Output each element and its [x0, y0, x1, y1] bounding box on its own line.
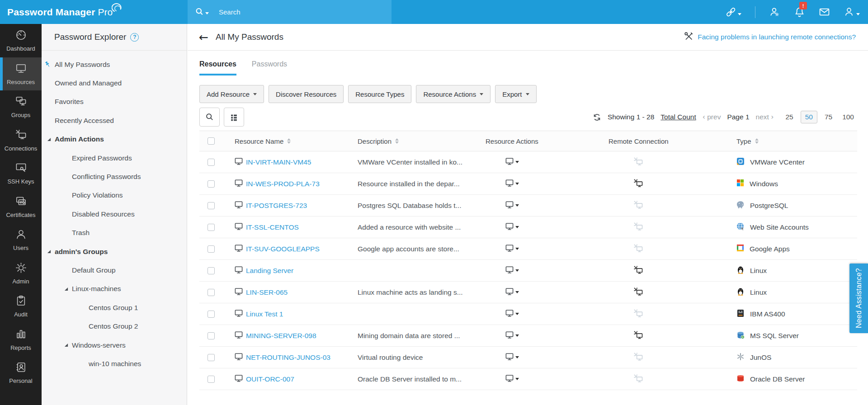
resource-actions-button[interactable]: Resource Actions: [416, 85, 491, 103]
sidebar-item-dashboard[interactable]: Dashboard: [0, 24, 42, 57]
sidebar-item-reports[interactable]: Reports: [0, 323, 42, 357]
explorer-help-icon[interactable]: ?: [130, 33, 139, 42]
resource-name-link[interactable]: IT-POSTGRES-723: [246, 202, 307, 210]
row-checkbox[interactable]: [208, 311, 215, 318]
tree-expand-icon[interactable]: [64, 343, 68, 347]
resource-name-link[interactable]: IN-WES-PROD-PLA-73: [246, 180, 320, 188]
sidebar-item-connections[interactable]: Connections: [0, 124, 42, 157]
prev-page-button[interactable]: ‹ prev: [703, 113, 721, 121]
refresh-icon[interactable]: [593, 113, 601, 122]
sidebar-item-users[interactable]: Users: [0, 223, 42, 257]
page-size-75[interactable]: 75: [822, 111, 835, 123]
resource-actions-menu[interactable]: [477, 179, 581, 188]
notifications-bell-icon[interactable]: !: [794, 6, 805, 18]
tree-expand-icon[interactable]: [47, 250, 51, 254]
tab-passwords[interactable]: Passwords: [252, 60, 287, 75]
row-checkbox[interactable]: [208, 332, 215, 339]
remote-connection-launch-icon[interactable]: [581, 179, 717, 189]
column-header-type[interactable]: Type: [717, 131, 857, 151]
mail-icon[interactable]: [819, 6, 830, 18]
user-star-icon[interactable]: [769, 6, 780, 18]
column-header-description[interactable]: Description: [349, 131, 477, 151]
sidebar-item-resources[interactable]: Resources: [0, 57, 42, 91]
remote-connection-launch-icon[interactable]: [581, 265, 717, 276]
resource-actions-menu[interactable]: [477, 288, 581, 297]
row-checkbox[interactable]: [208, 267, 215, 274]
sort-icon[interactable]: [755, 138, 759, 144]
tree-item-admin-actions[interactable]: Admin Actions: [42, 130, 187, 149]
tree-item-conflicting-passwords[interactable]: Conflicting Passwords: [42, 167, 187, 186]
tree-item-recently-accessed[interactable]: Recently Accessed: [42, 111, 187, 130]
resource-name-link[interactable]: Linux Test 1: [246, 310, 283, 318]
next-page-button[interactable]: next ›: [756, 113, 774, 121]
resource-actions-menu[interactable]: [477, 158, 581, 167]
sidebar-item-certificates[interactable]: Certificates: [0, 190, 42, 224]
resource-name-link[interactable]: NET-ROUTING-JUNOS-03: [246, 353, 330, 362]
global-search-bar[interactable]: Search: [188, 0, 392, 24]
page-size-100[interactable]: 100: [840, 111, 857, 123]
remote-link-icon[interactable]: [725, 6, 741, 18]
page-size-50[interactable]: 50: [801, 111, 817, 123]
column-header-resource-name[interactable]: Resource Name: [226, 131, 349, 151]
tree-item-disabled-resources[interactable]: Disabled Resources: [42, 205, 187, 223]
sort-icon[interactable]: [287, 138, 291, 144]
tree-item-admin-s-groups[interactable]: admin's Groups: [42, 242, 187, 261]
page-size-25[interactable]: 25: [783, 111, 796, 123]
tree-item-favorites[interactable]: Favorites: [42, 93, 187, 111]
resource-name-link[interactable]: LIN-SER-065: [246, 288, 288, 297]
resource-actions-menu[interactable]: [477, 353, 581, 362]
tree-item-all-my-passwords[interactable]: All My Passwords: [42, 55, 187, 74]
sort-icon[interactable]: [395, 138, 399, 144]
resource-name-link[interactable]: IT-SSL-CENTOS: [246, 223, 299, 231]
row-checkbox[interactable]: [208, 159, 215, 166]
tree-item-owned-and-managed[interactable]: Owned and Managed: [42, 74, 187, 92]
need-assistance-tab[interactable]: Need Assistance?: [849, 264, 868, 333]
column-chooser-button[interactable]: [224, 108, 244, 127]
resource-actions-menu[interactable]: [477, 201, 581, 210]
resource-name-link[interactable]: IT-SUV-GOOGLEAPPS: [246, 245, 320, 253]
tree-item-linux-machines[interactable]: Linux-machines: [42, 280, 187, 298]
sidebar-item-personal[interactable]: Personal: [0, 356, 42, 390]
tree-item-trash[interactable]: Trash: [42, 224, 187, 242]
resource-actions-menu[interactable]: [477, 331, 581, 340]
resource-actions-menu[interactable]: [477, 245, 581, 254]
discover-resources-button[interactable]: Discover Resources: [269, 85, 344, 103]
row-checkbox[interactable]: [208, 180, 215, 188]
resource-actions-menu[interactable]: [477, 375, 581, 384]
add-resource-button[interactable]: Add Resource: [199, 85, 264, 103]
resource-name-link[interactable]: MINING-SERVER-098: [246, 332, 316, 340]
row-checkbox[interactable]: [208, 289, 215, 296]
sidebar-item-ssh-keys[interactable]: SSH Keys: [0, 157, 42, 190]
account-person-icon[interactable]: [844, 6, 860, 18]
search-scope-caret-icon[interactable]: [205, 12, 209, 14]
tab-resources[interactable]: Resources: [199, 60, 236, 75]
table-search-button[interactable]: [199, 108, 220, 127]
remote-connection-launch-icon[interactable]: [581, 330, 717, 341]
export-button[interactable]: Export: [495, 85, 536, 103]
sidebar-item-audit[interactable]: Audit: [0, 290, 42, 323]
row-checkbox[interactable]: [208, 376, 215, 383]
tree-item-win-10-machines[interactable]: win-10 machines: [42, 354, 187, 373]
remote-connection-help-link[interactable]: Facing problems in launching remote conn…: [698, 33, 856, 41]
back-arrow-icon[interactable]: ←: [199, 32, 208, 43]
total-count-link[interactable]: Total Count: [660, 113, 696, 121]
tree-item-centos-group-1[interactable]: Centos Group 1: [42, 298, 187, 317]
row-checkbox[interactable]: [208, 354, 215, 361]
sidebar-item-admin[interactable]: Admin: [0, 257, 42, 290]
resource-name-link[interactable]: OUIT-ORC-007: [246, 375, 294, 383]
sidebar-item-groups[interactable]: Groups: [0, 90, 42, 124]
resource-actions-menu[interactable]: [477, 266, 581, 275]
tree-expand-icon[interactable]: [64, 287, 68, 291]
tree-item-policy-violations[interactable]: Policy Violations: [42, 186, 187, 205]
tree-item-windows-servers[interactable]: Windows-servers: [42, 336, 187, 354]
resource-actions-menu[interactable]: [477, 310, 581, 319]
row-checkbox[interactable]: [208, 245, 215, 253]
tree-item-centos-group-2[interactable]: Centos Group 2: [42, 317, 187, 335]
remote-connection-launch-icon[interactable]: [581, 287, 717, 297]
resource-name-link[interactable]: IN-VIRT-MAIN-VM45: [246, 158, 311, 166]
row-checkbox[interactable]: [208, 224, 215, 231]
resource-actions-menu[interactable]: [477, 223, 581, 232]
resource-types-button[interactable]: Resource Types: [348, 85, 411, 103]
row-checkbox[interactable]: [208, 202, 215, 209]
resource-name-link[interactable]: Landing Server: [246, 267, 293, 275]
